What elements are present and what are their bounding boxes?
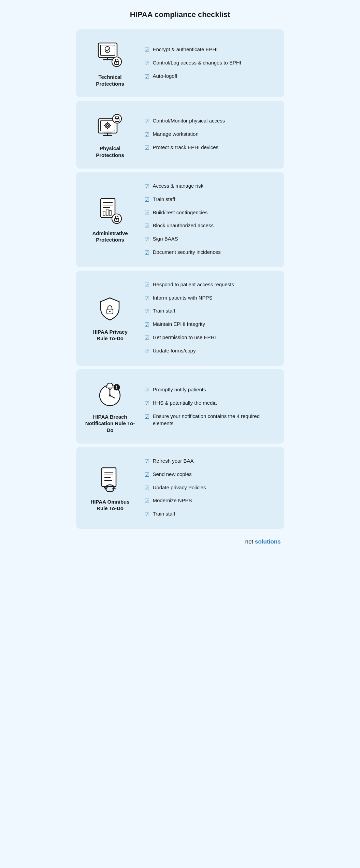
section-label-technical: Technical Protections [96,74,124,87]
checklist-text: Update forms/copy [153,347,196,354]
checklist-item: ☑Manage workstation [144,130,277,139]
section-left-physical: Physical Protections [83,111,138,158]
checklist-item: ☑Access & manage risk [144,182,277,191]
checklist-text: Modernize NPPS [153,497,192,504]
administrative-icon [95,196,126,227]
section-label-privacy: HIPAA Privacy Rule To-Do [92,329,128,342]
svg-rect-40 [102,468,116,487]
section-label-administrative: Administrative Protections [92,230,128,243]
checklist-text: Promptly notify patients [153,386,206,393]
checklist-item: ☑Update forms/copy [144,347,277,356]
section-right-omnibus: ☑Refresh your BAA☑Send new copies☑Update… [144,457,277,519]
checkbox-icon: ☑ [144,294,149,303]
checkbox-icon: ☑ [144,183,149,191]
omnibus-icon [95,464,126,495]
section-left-privacy: HIPAA Privacy Rule To-Do [83,294,138,342]
checklist-text: Get permission to use EPHI [153,334,216,341]
brand-net: net [245,538,254,545]
checklist-item: ☑Train staff [144,196,277,204]
checkbox-icon: ☑ [144,471,149,479]
checkbox-icon: ☑ [144,484,149,492]
checkbox-icon: ☑ [144,59,149,68]
section-administrative: Administrative Protections☑Access & mana… [76,172,284,267]
section-right-physical: ☑Control/Monitor physical access☑Manage … [144,117,277,152]
checklist-text: Control/Log access & changes to EPHI [153,59,241,66]
checklist-item: ☑Update privacy Policies [144,484,277,492]
breach-icon: ! [95,379,126,410]
checklist-item: ☑Ensure your notification contains the 4… [144,413,277,427]
section-label-omnibus: HIPAA Omnibus Rule To-Do [90,498,129,512]
checklist-text: Respond to patient access requests [153,281,234,288]
svg-text:!: ! [116,385,117,390]
branding: net solutions [66,532,294,552]
checklist-item: ☑Modernize NPPS [144,497,277,505]
checklist-text: Protect & track EPHI devices [153,144,219,151]
section-omnibus: HIPAA Omnibus Rule To-Do☑Refresh your BA… [76,447,284,529]
checkbox-icon: ☑ [144,46,149,54]
checklist-text: Train staff [153,196,175,203]
checkbox-icon: ☑ [144,334,149,342]
checklist-text: Ensure your notification contains the 4 … [153,413,277,427]
checklist-text: Train staff [153,510,175,517]
checkbox-icon: ☑ [144,281,149,289]
checklist-text: Control/Monitor physical access [153,117,225,124]
checkbox-icon: ☑ [144,196,149,204]
checklist-text: Block unauthorized access [153,222,214,229]
section-left-technical: Technical Protections [83,40,138,87]
checklist-item: ☑Control/Log access & changes to EPHI [144,59,277,68]
checkbox-icon: ☑ [144,413,149,421]
checkbox-icon: ☑ [144,510,149,519]
checklist-text: Build/Test contingencies [153,209,208,216]
checklist-item: ☑Build/Test contingencies [144,209,277,217]
checkbox-icon: ☑ [144,131,149,139]
checklist-text: HHS & potentially the media [153,399,217,406]
section-left-breach: ! HIPAA Breach Notification Rule To-Do [83,379,138,434]
checkbox-icon: ☑ [144,235,149,244]
checklist-item: ☑Control/Monitor physical access [144,117,277,126]
section-privacy: HIPAA Privacy Rule To-Do☑Respond to pati… [76,271,284,366]
checkbox-icon: ☑ [144,222,149,230]
checkbox-icon: ☑ [144,73,149,81]
checklist-text: Refresh your BAA [153,457,194,464]
section-technical: Technical Protections☑Encrypt & authenti… [76,29,284,97]
section-right-breach: ☑Promptly notify patients☑HHS & potentia… [144,386,277,427]
svg-point-31 [116,219,117,220]
checklist-text: Manage workstation [153,130,199,138]
section-right-privacy: ☑Respond to patient access requests☑Info… [144,281,277,356]
checklist-text: Access & manage risk [153,182,203,189]
checkbox-icon: ☑ [144,497,149,505]
checkbox-icon: ☑ [144,307,149,316]
checkbox-icon: ☑ [144,209,149,217]
checklist-item: ☑Respond to patient access requests [144,281,277,289]
checkbox-icon: ☑ [144,117,149,126]
brand-solutions: solutions [255,538,281,545]
checklist-item: ☑Encrypt & authenticate EPHI [144,46,277,54]
section-breach: ! HIPAA Breach Notification Rule To-Do☑P… [76,369,284,444]
svg-point-7 [116,62,117,63]
checklist-text: Encrypt & authenticate EPHI [153,46,218,53]
checklist-text: Inform patients with NPPS [153,294,213,301]
section-right-technical: ☑Encrypt & authenticate EPHI☑Control/Log… [144,46,277,81]
checklist-item: ☑Send new copies [144,471,277,479]
checkbox-icon: ☑ [144,386,149,394]
checkbox-icon: ☑ [144,321,149,329]
technical-icon [95,40,126,70]
checkbox-icon: ☑ [144,347,149,356]
privacy-icon [95,294,126,325]
checklist-text: Sign BAAS [153,235,178,242]
checkbox-icon: ☑ [144,400,149,408]
physical-icon [95,111,126,142]
checklist-text: Update privacy Policies [153,484,206,491]
checklist-text: Document security incidences [153,248,221,256]
checklist-item: ☑HHS & potentially the media [144,399,277,408]
section-label-breach: HIPAA Breach Notification Rule To-Do [83,414,138,434]
svg-point-33 [109,311,111,312]
svg-point-21 [117,119,118,120]
checklist-item: ☑Train staff [144,307,277,316]
checklist-item: ☑Promptly notify patients [144,386,277,394]
checklist-item: ☑Inform patients with NPPS [144,294,277,303]
checkbox-icon: ☑ [144,144,149,152]
section-label-physical: Physical Protections [96,145,124,158]
checklist-item: ☑Get permission to use EPHI [144,334,277,342]
checklist-item: ☑Refresh your BAA [144,457,277,466]
